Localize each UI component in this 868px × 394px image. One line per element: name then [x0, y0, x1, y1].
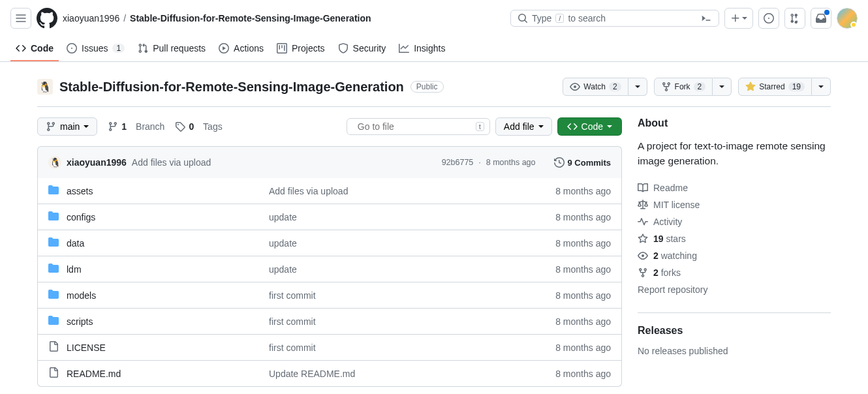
branch-select-button[interactable]: main: [37, 117, 97, 136]
code-label: Code: [581, 121, 603, 132]
watch-label: Watch: [583, 82, 606, 91]
pulls-header-button[interactable]: [784, 8, 805, 29]
repo-title: Stable-Diffusion-for-Remote-Sensing-Imag…: [59, 80, 404, 95]
license-link[interactable]: MIT license: [638, 196, 831, 213]
search-box[interactable]: Type / to search: [510, 10, 719, 27]
forks-link[interactable]: 2 forks: [638, 264, 831, 281]
watching-link[interactable]: 2 watching: [638, 247, 831, 264]
commit-time: 8 months ago: [486, 158, 536, 167]
file-name-link[interactable]: LICENSE: [67, 342, 106, 353]
fork-icon: [661, 82, 672, 92]
readme-link[interactable]: Readme: [638, 179, 831, 196]
latest-commit-bar: 🐧 xiaoyuan1996 Add files via upload 92b6…: [37, 146, 622, 178]
notifications-button[interactable]: [811, 8, 831, 29]
app-header: xiaoyuan1996 / Stable-Diffusion-for-Remo…: [0, 0, 868, 37]
code-button[interactable]: Code: [557, 117, 622, 136]
commit-dot: ·: [478, 158, 480, 167]
tab-actions[interactable]: Actions: [213, 37, 269, 61]
about-list: Readme MIT license Activity 19 stars 2 w…: [638, 179, 831, 298]
star-button[interactable]: Starred 19: [738, 78, 812, 96]
watch-dropdown-button[interactable]: [628, 78, 647, 96]
user-avatar[interactable]: [837, 8, 858, 29]
branch-count[interactable]: 1 Branch: [108, 121, 164, 132]
file-name-link[interactable]: README.md: [67, 369, 121, 379]
inbox-icon: [816, 13, 826, 23]
breadcrumb-repo[interactable]: Stable-Diffusion-for-Remote-Sensing-Imag…: [130, 13, 371, 23]
file-name-link[interactable]: configs: [67, 212, 95, 222]
file-table: assetsAdd files via upload8 months agoco…: [37, 178, 622, 387]
file-name-link[interactable]: scripts: [67, 316, 93, 327]
search-placeholder-suffix: to search: [568, 13, 606, 23]
commit-author-avatar[interactable]: 🐧: [48, 156, 61, 169]
folder-icon: [48, 237, 59, 249]
tab-projects[interactable]: Projects: [271, 37, 330, 61]
github-icon: [37, 8, 57, 29]
file-time: 8 months ago: [555, 316, 611, 327]
add-file-label: Add file: [504, 121, 535, 132]
tab-insights[interactable]: Insights: [394, 37, 450, 61]
file-name-link[interactable]: assets: [67, 186, 93, 196]
fork-button[interactable]: Fork 2: [654, 78, 713, 96]
file-commit-msg[interactable]: first commit: [269, 316, 555, 327]
watch-button[interactable]: Watch 2: [563, 78, 628, 96]
caret-icon: [742, 17, 747, 20]
commit-hash[interactable]: 92b6775: [442, 158, 474, 167]
file-commit-msg[interactable]: first commit: [269, 342, 555, 353]
tab-security[interactable]: Security: [333, 37, 392, 61]
pull-request-icon: [790, 13, 800, 23]
code-icon: [567, 121, 578, 132]
file-name-link[interactable]: ldm: [67, 264, 82, 275]
tab-issues[interactable]: Issues 1: [61, 37, 130, 61]
file-commit-msg[interactable]: update: [269, 264, 555, 275]
issues-tab-icon: [67, 43, 77, 53]
branch-icon: [46, 121, 56, 132]
file-name-link[interactable]: data: [67, 238, 84, 249]
tab-code[interactable]: Code: [10, 37, 59, 61]
search-placeholder-prefix: Type: [532, 13, 551, 23]
insights-icon: [399, 43, 409, 53]
go-to-file-field[interactable]: [358, 121, 472, 132]
search-icon: [518, 13, 528, 23]
file-commit-msg[interactable]: first commit: [269, 290, 555, 301]
file-commit-msg[interactable]: Update README.md: [269, 369, 555, 379]
projects-icon: [277, 43, 287, 53]
issues-icon: [764, 13, 774, 23]
eye-icon: [638, 250, 648, 261]
about-description: A project for text-to-image remote sensi…: [638, 138, 831, 169]
star-dropdown-button[interactable]: [812, 78, 831, 96]
stars-link[interactable]: 19 stars: [638, 230, 831, 247]
breadcrumb-sep: /: [123, 13, 126, 23]
visibility-badge: Public: [411, 81, 444, 93]
fork-label: Fork: [675, 82, 690, 91]
tab-pulls[interactable]: Pull requests: [132, 37, 211, 61]
actions-icon: [219, 43, 229, 53]
caret-icon: [719, 85, 724, 88]
file-icon: [48, 367, 59, 380]
tag-count[interactable]: 0 Tags: [175, 121, 222, 132]
issues-header-button[interactable]: [758, 8, 779, 29]
hamburger-button[interactable]: [10, 8, 31, 29]
go-to-file-input[interactable]: t: [347, 118, 490, 135]
commits-link[interactable]: 9 Commits: [554, 157, 611, 168]
commit-author[interactable]: xiaoyuan1996: [67, 157, 127, 168]
add-file-button[interactable]: Add file: [495, 117, 552, 136]
branch-name: main: [60, 121, 80, 132]
tab-code-label: Code: [31, 43, 54, 53]
file-commit-msg[interactable]: Add files via upload: [269, 186, 555, 196]
create-button[interactable]: [724, 8, 753, 29]
report-link[interactable]: Report repository: [638, 281, 831, 298]
activity-link[interactable]: Activity: [638, 213, 831, 230]
code-icon: [16, 43, 26, 53]
commit-message[interactable]: Add files via upload: [132, 157, 211, 168]
watch-count: 2: [609, 82, 621, 91]
file-commit-msg[interactable]: update: [269, 238, 555, 249]
tab-security-label: Security: [353, 43, 386, 53]
github-logo[interactable]: [37, 8, 57, 29]
fork-dropdown-button[interactable]: [713, 78, 732, 96]
repo-owner-avatar[interactable]: 🐧: [37, 79, 53, 95]
tag-icon: [175, 121, 185, 132]
breadcrumb-owner[interactable]: xiaoyuan1996: [63, 13, 119, 23]
pulse-icon: [638, 217, 648, 227]
file-commit-msg[interactable]: update: [269, 212, 555, 222]
file-name-link[interactable]: models: [67, 290, 96, 301]
